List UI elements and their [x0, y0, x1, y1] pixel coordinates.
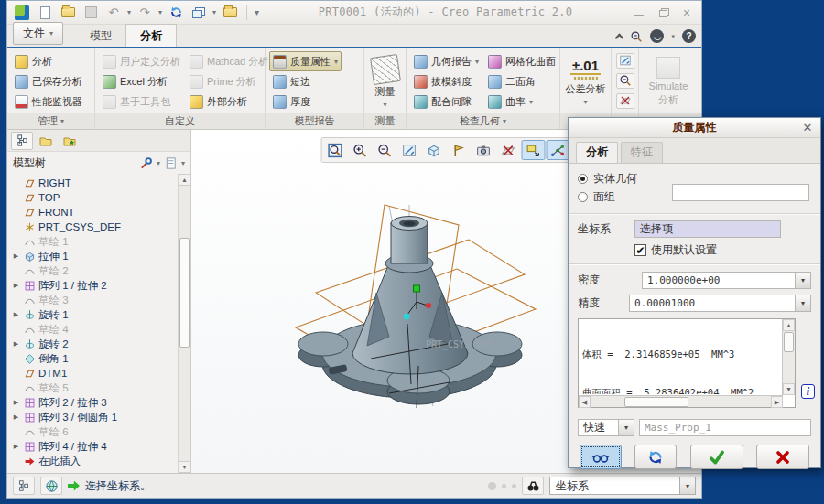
saved-orientations-button[interactable]: [447, 140, 471, 160]
scroll-thumb[interactable]: [784, 332, 794, 352]
save-button[interactable]: [81, 5, 100, 21]
3d-model[interactable]: PRT_CSYS_DEF: [272, 201, 547, 421]
tree-item-insert-here[interactable]: 在此插入: [11, 454, 178, 468]
help-icon[interactable]: ?: [682, 29, 696, 43]
user-defined-analysis-button[interactable]: 用户定义分析: [99, 51, 184, 71]
zoom-region-button[interactable]: [323, 140, 347, 160]
restore-button[interactable]: [656, 7, 670, 18]
zoom-in-button[interactable]: [348, 140, 372, 160]
community-icon[interactable]: ◡: [650, 29, 664, 43]
chevron-down-icon[interactable]: ▾: [181, 159, 185, 167]
scroll-up-icon[interactable]: ▲: [179, 174, 190, 186]
saved-analysis-button[interactable]: 已保存分析: [11, 71, 86, 91]
find-references-button[interactable]: [616, 73, 634, 89]
search-model-button[interactable]: [522, 477, 544, 495]
redo-button[interactable]: ↷: [136, 5, 154, 21]
scroll-left-icon[interactable]: ◀: [579, 396, 591, 408]
chevron-down-icon[interactable]: ▾: [796, 295, 811, 312]
group-label-manage[interactable]: 管理▾: [7, 113, 94, 129]
expand-icon[interactable]: ▶: [11, 443, 21, 450]
undo-dropdown[interactable]: ▾: [127, 8, 131, 16]
tree-item[interactable]: ▶阵列 1 / 拉伸 2: [11, 278, 178, 293]
expand-icon[interactable]: ▶: [11, 340, 21, 348]
simulate-analysis-button[interactable]: Simulate 分析: [643, 51, 694, 113]
tree-filters-icon[interactable]: [139, 156, 153, 170]
tab-analysis[interactable]: 分析: [576, 142, 618, 163]
minimize-ribbon-icon[interactable]: [615, 33, 624, 42]
tree-item[interactable]: 草绘 4: [11, 322, 178, 337]
geometry-report-button[interactable]: 几何报告▾: [410, 51, 482, 71]
tab-feature[interactable]: 特征: [621, 142, 663, 163]
tree-item[interactable]: ▶旋转 1: [11, 307, 178, 322]
toggle-browser-button[interactable]: [40, 477, 62, 495]
display-style-button[interactable]: [422, 140, 446, 160]
external-analysis-button[interactable]: 外部分析: [186, 91, 272, 112]
solid-geometry-radio[interactable]: [578, 174, 588, 184]
tree-item[interactable]: 草绘 6: [11, 424, 178, 439]
close-button[interactable]: ×: [679, 7, 694, 18]
tree-item[interactable]: TOP: [11, 190, 178, 205]
csys-collector-field[interactable]: 选择项: [634, 220, 781, 238]
model-tree-tab[interactable]: [11, 132, 33, 150]
density-combo[interactable]: 1.000000e+00 ▾: [642, 272, 811, 289]
expand-icon[interactable]: ▶: [11, 413, 21, 421]
annotation-display-button[interactable]: [521, 140, 545, 160]
notebook-button[interactable]: [616, 53, 634, 69]
dialog-close-icon[interactable]: ✕: [800, 121, 815, 134]
quilt-radio[interactable]: [578, 192, 588, 202]
redo-dropdown[interactable]: ▾: [158, 8, 162, 16]
tab-model[interactable]: 模型: [76, 25, 125, 47]
tree-item[interactable]: ▶阵列 2 / 拉伸 3: [11, 395, 178, 410]
pair-clearance-button[interactable]: 配合间隙: [410, 91, 482, 112]
excel-analysis-button[interactable]: Excel 分析: [99, 71, 184, 91]
tolerance-analysis-button[interactable]: ±.01 公差分析 ▾: [560, 51, 612, 113]
accuracy-combo[interactable]: 0.00001000 ▾: [629, 295, 811, 312]
scroll-thumb[interactable]: [179, 238, 190, 348]
tree-item[interactable]: 倒角 1: [11, 351, 178, 366]
performance-monitor-button[interactable]: 性能监视器: [11, 91, 86, 112]
quilt-collector-field[interactable]: [672, 184, 809, 201]
draft-check-button[interactable]: 拔模斜度: [410, 71, 482, 91]
mass-properties-button[interactable]: 质量属性▾: [269, 51, 342, 71]
file-menu-button[interactable]: 文件 ▾: [13, 22, 63, 45]
chevron-down-icon[interactable]: ▾: [796, 272, 811, 289]
favorites-tab[interactable]: [59, 132, 81, 150]
mesh-surface-button[interactable]: 网格化曲面: [484, 51, 559, 71]
dihedral-angle-button[interactable]: 二面角: [484, 71, 559, 91]
new-file-button[interactable]: [36, 5, 54, 21]
chevron-down-icon[interactable]: ▾: [619, 419, 634, 436]
tree-item[interactable]: ▶阵列 3 / 倒圆角 1: [11, 410, 178, 424]
tree-columns-icon[interactable]: [164, 156, 178, 170]
thickness-button[interactable]: 厚度: [269, 91, 342, 112]
close-window-button[interactable]: [221, 5, 239, 21]
scroll-up-icon[interactable]: ▲: [783, 319, 795, 331]
zoom-out-button[interactable]: [373, 140, 396, 160]
tree-item[interactable]: 草绘 3: [11, 293, 178, 307]
tree-item[interactable]: DTM1: [11, 366, 178, 381]
toolkit-based-button[interactable]: 基于工具包: [99, 91, 184, 112]
analysis-type-combo[interactable]: 快速 ▾: [578, 419, 634, 436]
use-default-checkbox[interactable]: [634, 244, 646, 256]
expand-icon[interactable]: ▶: [11, 282, 21, 289]
short-edge-button[interactable]: 短边: [269, 71, 342, 91]
mathcad-analysis-button[interactable]: Mathcad 分析: [186, 51, 272, 71]
analysis-name-field[interactable]: Mass_Prop_1: [639, 419, 811, 436]
tree-item[interactable]: 草绘 2: [11, 263, 178, 278]
tree-item[interactable]: ▶阵列 4 / 拉伸 4: [11, 439, 178, 454]
preview-button[interactable]: [580, 445, 622, 469]
expand-icon[interactable]: ▶: [11, 399, 21, 406]
spin-center-button[interactable]: [546, 140, 569, 160]
help-dropdown[interactable]: ▾: [671, 33, 675, 40]
scroll-right-icon[interactable]: ▶: [771, 396, 783, 408]
tree-item[interactable]: RIGHT: [11, 176, 178, 190]
tree-item[interactable]: PRT_CSYS_DEF: [11, 220, 178, 234]
tree-item[interactable]: 草绘 5: [11, 381, 178, 395]
curvature-button[interactable]: 曲率▾: [484, 91, 559, 112]
tree-item[interactable]: ▶拉伸 1: [11, 249, 178, 263]
repeat-button[interactable]: [634, 445, 677, 469]
tree-item[interactable]: 草绘 1: [11, 234, 178, 249]
expand-icon[interactable]: ▶: [11, 252, 21, 260]
results-vscrollbar[interactable]: ▲ ▼: [782, 319, 795, 395]
open-file-button[interactable]: [59, 5, 77, 21]
group-label-inspect[interactable]: 检查几何▾: [407, 113, 559, 129]
